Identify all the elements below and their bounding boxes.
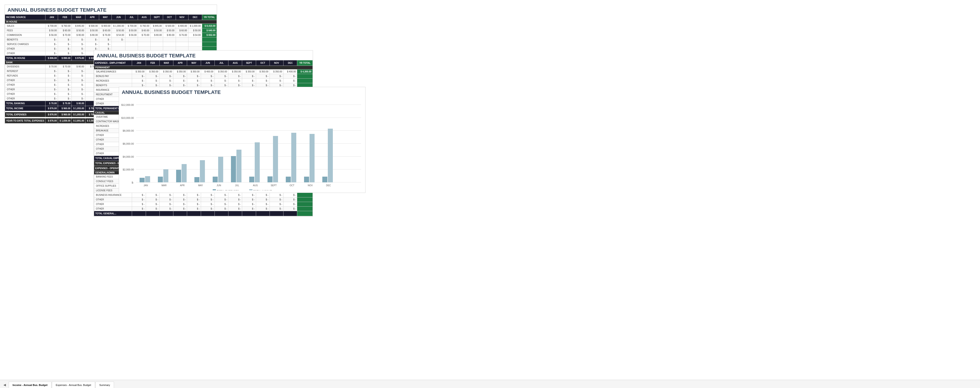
income-bar-jan xyxy=(145,176,150,182)
sales-jan: $ 700.00 xyxy=(45,24,58,28)
sales-apr: $ 500.00 xyxy=(86,24,99,28)
commission-yr: $ 832.00 xyxy=(202,33,217,38)
sales-row: SALES $ 700.00 $ 760.00 $ 845.00 $ 500.0… xyxy=(5,24,217,28)
x-label-jul: JUL xyxy=(235,184,239,187)
in-house-label: IN HOUSE xyxy=(5,20,217,24)
increases-row-1: INCREASES $ - $ - $ - $ - $ - $ - $ - $ … xyxy=(94,79,313,83)
commission-dec: $ 54.00 xyxy=(188,33,202,38)
tab-income-label: Income - Annual Bus. Budget xyxy=(13,384,48,386)
sheet1-title: ANNUAL BUSINESS BUDGET TEMPLATE xyxy=(5,5,217,14)
commission-oct: $ 80.00 xyxy=(163,33,176,38)
sc-apr: $ - xyxy=(86,42,99,47)
benefits-aug xyxy=(138,38,151,42)
salaries-wages-row: SALARIES/WAGES $ 350.00 $ 350.00 $ 350.0… xyxy=(94,70,313,74)
sales-may: $ 400.00 xyxy=(99,24,112,28)
income-bar-apr xyxy=(181,164,187,182)
income-bar-mar xyxy=(163,169,169,182)
nov-header: NOV xyxy=(176,14,188,20)
fees-nov: $ 60.00 xyxy=(176,28,188,33)
tab-prev-arrow[interactable]: ◀ xyxy=(2,382,7,388)
y-label-5: $10,000.00 xyxy=(121,116,134,119)
expenses-bar-may xyxy=(194,177,199,182)
commission-may: $ 76.00 xyxy=(99,33,112,38)
x-label-may: MAY xyxy=(198,184,203,187)
x-label-dec: DEC xyxy=(326,184,331,187)
commission-row: COMMISSION $ 56.00 $ 70.00 $ 80.00 $ 80.… xyxy=(5,33,217,38)
op-other-3: OTHER $ - $ - $ - $ - $ - $ - $ - $ - $ … xyxy=(94,207,313,211)
benefits-jul xyxy=(126,38,138,42)
sc-mar: $ - xyxy=(72,42,86,47)
expenses-employment-header: EXPENSES - EMPLOYMENT xyxy=(94,60,132,66)
sc-jan: $ - xyxy=(45,42,58,47)
income-bar-nov xyxy=(310,134,315,182)
commission-nov: $ 76.00 xyxy=(176,33,188,38)
benefits-dec xyxy=(188,38,202,42)
tab-expenses[interactable]: Expenses - Annual Bus. Budget xyxy=(52,382,95,388)
oct-header: OCT xyxy=(163,14,176,20)
aug-header: AUG xyxy=(138,14,151,20)
jun-header: JUN xyxy=(112,14,126,20)
tab-income[interactable]: Income - Annual Bus. Budget xyxy=(9,382,51,388)
commission-label: COMMISSION xyxy=(5,33,45,38)
fees-may: $ 60.00 xyxy=(99,28,112,33)
chart-area: $- $2,000.00 $4,000.00 $6,000.00 $8,000.… xyxy=(119,97,365,192)
op-other-2: OTHER $ - $ - $ - $ - $ - $ - $ - $ - $ … xyxy=(94,202,313,207)
expenses-bar-apr xyxy=(176,170,181,182)
bonus-pay-row: BONUS PAY $ - $ - $ - $ - $ - $ - $ - $ … xyxy=(94,74,313,79)
income-bar-sept xyxy=(273,136,278,182)
commission-feb: $ 70.00 xyxy=(58,33,72,38)
fees-row: FEES $ 50.00 $ 60.00 $ 50.00 $ 50.00 $ 6… xyxy=(5,28,217,33)
sales-aug: $ 760.00 xyxy=(138,24,151,28)
x-label-mar: MAR xyxy=(162,184,167,187)
expenses-bar-dec xyxy=(322,177,327,182)
fees-jan: $ 50.00 xyxy=(45,28,58,33)
income-bar-jun xyxy=(218,157,223,182)
benefits-jan: $ - xyxy=(45,38,58,42)
commission-sept: $ 80.00 xyxy=(151,33,163,38)
feb-header: FEB xyxy=(58,14,72,20)
x-label-jan: JAN xyxy=(144,184,148,187)
chart-sheet: ANNUAL BUSINESS BUDGET TEMPLATE $- $2,00… xyxy=(119,87,366,193)
benefits-yr xyxy=(202,38,217,42)
sales-jun: $ 1,000.00 xyxy=(112,24,126,28)
sales-yr: $ 8,410.00 xyxy=(202,24,217,28)
commission-jul: $ 56.00 xyxy=(126,33,138,38)
benefits-mar: $ - xyxy=(72,38,86,42)
sc-may: $ - xyxy=(99,42,112,47)
income-bar-may xyxy=(200,160,205,182)
x-label-sept: SEPT xyxy=(271,184,277,187)
business-insurance-row: BUSINESS INSURANCE $ - $ - $ - $ - $ - $… xyxy=(94,193,313,197)
fees-dec: $ 50.00 xyxy=(188,28,202,33)
benefits-nov xyxy=(176,38,188,42)
commission-mar: $ 80.00 xyxy=(72,33,86,38)
may-header: MAY xyxy=(99,14,112,20)
fees-feb: $ 60.00 xyxy=(58,28,72,33)
commission-apr: $ 80.00 xyxy=(86,33,99,38)
fees-yr: $ 640.00 xyxy=(202,28,217,33)
fees-jul: $ 50.00 xyxy=(126,28,138,33)
legend-income-icon xyxy=(249,189,253,190)
expenses-bar-mar xyxy=(158,177,163,182)
legend-expenses-label: TOTAL EXPENSES xyxy=(217,190,239,190)
legend-expenses-icon xyxy=(213,189,216,190)
expenses-header-row: EXPENSES - EMPLOYMENT JAN FEB MAR APR MA… xyxy=(94,60,313,66)
bar-chart: $- $2,000.00 $4,000.00 $6,000.00 $8,000.… xyxy=(121,99,363,190)
fees-aug: $ 60.00 xyxy=(138,28,151,33)
x-label-apr: APR xyxy=(180,184,185,187)
sales-sept: $ 845.00 xyxy=(151,24,163,28)
benefits-may: $ - xyxy=(99,38,112,42)
x-label-oct: OCT xyxy=(290,184,294,187)
total-in-house-label: TOTAL IN HOUSE xyxy=(5,56,45,61)
tab-summary[interactable]: Summary xyxy=(95,382,114,388)
fees-oct: $ 50.00 xyxy=(163,28,176,33)
sales-oct: $ 500.00 xyxy=(163,24,176,28)
sales-dec: $ 1,000.00 xyxy=(188,24,202,28)
fees-apr: $ 50.00 xyxy=(86,28,99,33)
benefits-feb: $ - xyxy=(58,38,72,42)
sales-nov: $ 400.00 xyxy=(176,24,188,28)
apr-header: APR xyxy=(86,14,99,20)
expenses-bar-aug xyxy=(249,177,254,182)
income-source-header: INCOME SOURCE xyxy=(5,14,45,20)
permanent-section: PERMANENT xyxy=(94,66,313,70)
tab-bar: ◀ Income - Annual Bus. Budget Expenses -… xyxy=(0,380,980,388)
